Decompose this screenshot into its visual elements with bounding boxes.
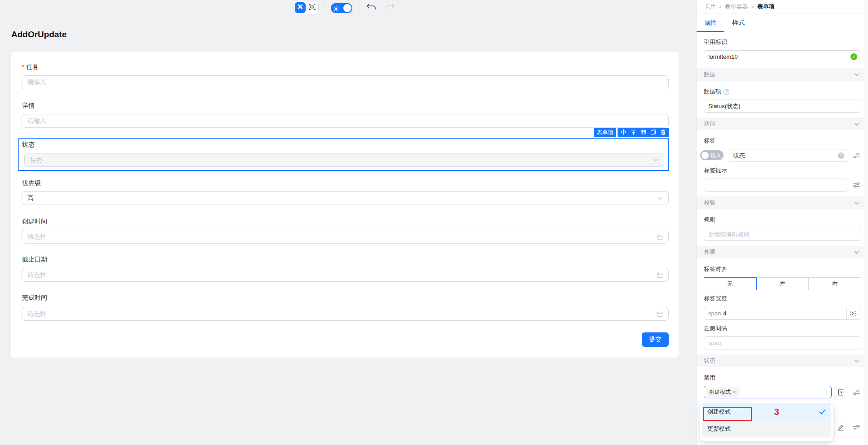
field-label-status: 状态 — [22, 141, 35, 148]
disabled-select-dropdown: 创建模式 更新模式 3 — [700, 401, 833, 441]
copy-icon[interactable] — [650, 129, 656, 137]
panel-scrollbar[interactable] — [864, 0, 868, 445]
chevron-down-icon — [658, 196, 663, 200]
left-gap-input[interactable]: span — [704, 336, 861, 349]
disabled-label: 禁用 — [704, 374, 715, 381]
tag-close-icon[interactable]: × — [733, 389, 736, 395]
undo-button[interactable] — [366, 3, 376, 13]
label-mode-toggle[interactable]: 输入 — [700, 150, 723, 160]
rule-label: 规则 — [704, 216, 715, 223]
breadcrumb-card[interactable]: 卡片 — [704, 3, 715, 11]
selected-component-badge[interactable]: 表单项 — [594, 128, 616, 137]
clear-icon[interactable]: × — [838, 153, 844, 159]
selected-check-icon — [819, 409, 826, 414]
field-label-create-time: 创建时间 — [22, 218, 47, 225]
ref-id-input[interactable]: formItem10 ✓ — [704, 50, 861, 63]
label-tip-input[interactable] — [704, 179, 848, 192]
design-tools-icon — [297, 4, 303, 12]
grid-layout-icon[interactable] — [640, 129, 646, 137]
annotation-number: 3 — [774, 407, 779, 417]
label-align-segmented: 无 左 右 — [704, 277, 861, 290]
priority-select[interactable]: 高 — [22, 191, 669, 205]
required-mark: * — [22, 63, 24, 70]
move-icon[interactable] — [621, 129, 627, 137]
pencil-icon — [837, 424, 844, 431]
tab-properties[interactable]: 属性 — [697, 13, 724, 32]
calendar-icon — [657, 311, 663, 317]
annotation-rectangle — [703, 407, 752, 421]
selected-tag: 创建模式 × — [706, 388, 739, 397]
bind-settings-icon[interactable] — [852, 389, 860, 397]
indent-options-icon — [850, 311, 857, 316]
field-label-deadline: 截止日期 — [22, 256, 47, 263]
label-field-label: 标签 — [704, 137, 715, 144]
form-card: *任务 请输入 详情 请输入 表单项 状态 — [11, 52, 679, 358]
selection-actions — [618, 128, 669, 137]
help-icon[interactable]: ? — [723, 89, 729, 95]
create-time-picker[interactable]: 请选择 — [22, 230, 669, 244]
label-width-input[interactable]: span 4 — [704, 307, 847, 320]
expression-bind-button[interactable] — [834, 386, 847, 398]
data-item-input[interactable]: Status(状态) — [704, 100, 861, 113]
delete-icon[interactable] — [660, 129, 666, 137]
chevron-down-icon — [854, 359, 859, 362]
section-validation[interactable]: 校验 — [697, 196, 864, 209]
label-width-label: 标签宽度 — [704, 295, 727, 302]
task-input[interactable]: 请输入 — [22, 75, 669, 89]
detail-input[interactable]: 请输入 — [22, 114, 669, 128]
left-gap-label: 左侧间隔 — [704, 325, 727, 332]
align-left-option[interactable]: 左 — [756, 277, 809, 290]
redo-button[interactable] — [385, 3, 395, 13]
toolbar-divider — [359, 3, 359, 11]
status-select[interactable]: 待办 — [24, 153, 664, 167]
submit-button[interactable]: 提交 — [642, 332, 669, 347]
chevron-down-icon — [854, 122, 859, 126]
deadline-picker[interactable]: 请选择 — [22, 268, 669, 282]
align-none-option[interactable]: 无 — [704, 277, 757, 290]
field-label-priority: 优先级 — [22, 179, 41, 187]
label-text-input[interactable]: 状态 × — [729, 149, 848, 162]
bind-settings-icon[interactable] — [852, 424, 860, 433]
selection-toolbar: 表单项 — [594, 128, 669, 137]
dropdown-option-update-mode[interactable]: 更新模式 — [702, 420, 831, 437]
calendar-icon — [657, 234, 663, 240]
section-data[interactable]: 数据 — [697, 68, 864, 81]
breadcrumb-separator: > — [719, 4, 721, 9]
edit-button[interactable] — [834, 421, 847, 434]
section-appearance[interactable]: 外观 — [697, 246, 864, 258]
field-label-finish-time: 完成时间 — [22, 294, 47, 301]
align-right-option[interactable]: 右 — [808, 277, 861, 290]
section-state[interactable]: 状态 — [697, 354, 864, 367]
ref-id-label: 引用标识 — [704, 39, 727, 46]
chevron-down-icon — [854, 251, 859, 254]
properties-panel: 卡片 > 表单容器 > 表单项 属性 样式 引用标识 formItem10 ✓ … — [696, 0, 868, 445]
panel-tabs: 属性 样式 — [697, 13, 864, 32]
bind-settings-icon[interactable] — [852, 182, 860, 190]
toggle-knob — [343, 4, 351, 12]
finish-time-picker[interactable]: 请选择 — [22, 307, 669, 321]
chevron-down-icon — [653, 158, 658, 161]
label-align-label: 标签对齐 — [704, 266, 727, 273]
theme-toggle[interactable] — [331, 3, 352, 13]
toolbar-divider — [324, 3, 325, 11]
document-fx-icon — [838, 389, 844, 396]
field-label-task: *任务 — [22, 63, 39, 71]
chevron-down-icon — [854, 201, 859, 205]
design-mode-button[interactable] — [295, 2, 306, 13]
select-parent-icon[interactable] — [631, 129, 636, 137]
tab-style[interactable]: 样式 — [724, 13, 752, 32]
breadcrumb-form-container[interactable]: 表单容器 — [724, 3, 748, 11]
data-item-label: 数据项 ? — [704, 88, 729, 95]
bind-settings-icon[interactable] — [852, 152, 860, 161]
section-function[interactable]: 功能 — [697, 118, 864, 130]
disabled-select[interactable]: 创建模式 × — [704, 386, 832, 398]
page-title: AddOrUpdate — [11, 30, 67, 39]
valid-check-icon: ✓ — [850, 53, 857, 60]
rule-input[interactable]: 新增或编辑规则 — [704, 228, 861, 241]
breadcrumb: 卡片 > 表单容器 > 表单项 — [697, 0, 864, 13]
chevron-down-icon — [854, 73, 859, 76]
width-options-button[interactable] — [847, 307, 860, 320]
preview-button[interactable] — [307, 2, 317, 13]
breadcrumb-form-item[interactable]: 表单项 — [757, 3, 775, 11]
selected-form-item-status[interactable]: 状态 待办 — [18, 138, 669, 171]
